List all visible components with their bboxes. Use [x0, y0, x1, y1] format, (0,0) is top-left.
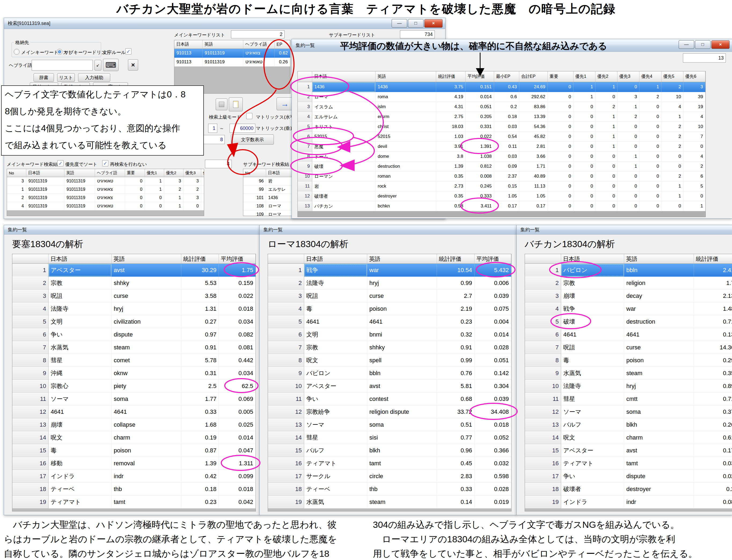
column-header[interactable]: 優先1	[573, 71, 595, 82]
column-header[interactable]: 重要	[125, 169, 145, 177]
table-row[interactable]: 14呪文charm0.61	[525, 431, 732, 444]
column-header[interactable]: 日本語	[266, 169, 292, 177]
table-row[interactable]: 16移動removal1.391.311	[12, 457, 256, 470]
table-row[interactable]: 5464146410.230.004	[268, 315, 511, 328]
column-header[interactable]: 合計EP	[519, 71, 548, 82]
table-row[interactable]: 9バビロンbbln0.760.142	[268, 367, 511, 380]
table-row[interactable]: 1バビロンbbln2.41	[525, 264, 732, 277]
table-row[interactable]: 99エルサレ	[243, 185, 292, 194]
table-row[interactable]: 19インドラindr0.08	[525, 496, 732, 508]
no-research-checkbox[interactable]: ✓	[102, 160, 108, 166]
table-row[interactable]: 1011436	[243, 194, 292, 202]
table-row[interactable]: 5破壊destruction0.71	[525, 315, 732, 328]
range-from-input[interactable]: 1	[208, 124, 217, 133]
column-header[interactable]: EP	[275, 40, 290, 49]
column-header[interactable]: 優先5	[661, 71, 683, 82]
aggregate-table[interactable]: 日本語英語統計評価平均評価最小EP合計EP重要優先1優先2優先3優先4優先5優先…	[298, 71, 706, 217]
table-row[interactable]: 13ソーマsoma0.510.018	[268, 418, 511, 431]
column-header[interactable]: 英語	[64, 169, 95, 177]
table-row[interactable]: 1143614363.750.1510.4324.690110123	[298, 82, 705, 92]
column-header[interactable]: No	[7, 169, 26, 177]
table-row[interactable]: 17争いdispute0.02	[525, 470, 732, 483]
table-row[interactable]: 1アベスターavst30.291.75	[12, 264, 256, 277]
column-header[interactable]: 優先4	[639, 71, 661, 82]
table-row[interactable]: 91011391011319טאואיגיט0.26	[174, 58, 290, 67]
minimize-button[interactable]: —	[679, 40, 694, 49]
table-row[interactable]: 15毒poison0.870.047	[12, 444, 256, 457]
hebrew-input[interactable]	[32, 60, 93, 71]
sort-checkbox[interactable]: ✓	[57, 160, 64, 166]
advanced-mode-checkbox[interactable]	[246, 113, 253, 119]
table-row[interactable]: 49101131991011319טאואיגיט0010	[7, 202, 204, 210]
column-header[interactable]: 平均評価	[466, 71, 494, 82]
sort-checkbox-label[interactable]: 優先度でソート	[65, 161, 97, 167]
close-button[interactable]: ×	[711, 40, 730, 49]
column-header[interactable]: ヘブライ語	[95, 169, 125, 177]
column-header[interactable]: 統計評価	[436, 71, 466, 82]
keyboard-icon[interactable]: ⌨	[103, 59, 119, 71]
table-row[interactable]: 8毒poison0.29	[525, 354, 732, 367]
table-row[interactable]: 4法隆寺hryj1.310.018	[12, 302, 256, 315]
table-row[interactable]: 18破壊者destroyer0.2	[525, 483, 732, 496]
column-header[interactable]: 重要	[548, 71, 573, 82]
search-window-titlebar[interactable]: 検索[91011319.sea] — □ ×	[4, 18, 445, 29]
table-row[interactable]: 7宗教shhky0.910.028	[268, 341, 511, 354]
table-row[interactable]: 10法隆寺hryj0.89	[525, 380, 732, 393]
table-row[interactable]: 9沖縄oknw0.310.034	[12, 367, 256, 380]
analysis-middle-table[interactable]: 日本語英語統計評価平均評価1戦争war10.545.4322法隆寺hryj0.9…	[268, 254, 511, 511]
table-row[interactable]: 4エルサレムersrm2.750.2050.1813.390012014	[298, 112, 705, 122]
table-row[interactable]: 3イスラムislm4.310.0510.283.8600210419	[298, 102, 705, 112]
column-header[interactable]: 日本語	[312, 71, 375, 82]
analysis-right-table[interactable]: 日本語英語統計評価1バビロンbbln2.412宗教religion1.73崩壊d…	[525, 254, 732, 511]
column-header[interactable]	[268, 254, 304, 264]
table-row[interactable]: 17サークルcircle2.830.598	[268, 470, 511, 483]
column-header[interactable]	[298, 71, 312, 82]
table-row[interactable]: 19101131991011319צאואיגיט0122	[7, 185, 204, 194]
table-row[interactable]: 11争いcontest0.680.039	[268, 393, 511, 405]
column-header[interactable]: ヘブライ語	[243, 40, 275, 49]
table-row[interactable]: 10ローマンroman0.350.0082.3740.890000026	[298, 171, 705, 181]
clear-icon[interactable]: ×	[128, 59, 138, 71]
column-header[interactable]: 優先2	[595, 71, 617, 82]
table-row[interactable]: 96岩	[243, 177, 292, 185]
column-header[interactable]: 優先1	[145, 169, 164, 177]
close-button[interactable]: ×	[424, 19, 442, 28]
column-header[interactable]: 優先6	[683, 71, 705, 82]
table-row[interactable]: 4戦争war1.48	[525, 302, 732, 315]
table-row[interactable]: 2宗教religion1.7	[525, 277, 732, 290]
table-row[interactable]: 12宗教紛争religion dispute33.7234.408	[268, 405, 511, 418]
table-row[interactable]: 5文明civilization0.270.034	[12, 315, 256, 328]
table-row[interactable]: 2ローマroma4.190.0140.6292.62010321039	[298, 92, 705, 102]
table-row[interactable]: 14呪文charm0.190.014	[12, 431, 256, 444]
column-header[interactable]	[12, 254, 49, 264]
column-header[interactable]: 最小EP	[494, 71, 519, 82]
table-row[interactable]: 3呪詛curse3.580.022	[12, 290, 256, 302]
range-to-input[interactable]: 60000	[230, 124, 255, 133]
table-row[interactable]: 4毒poison2.190.075	[268, 302, 511, 315]
column-header[interactable]: 統計評価	[181, 254, 219, 264]
table-row[interactable]: 2法隆寺hryj0.990.006	[268, 277, 511, 290]
column-header[interactable]: 統計評価	[694, 254, 732, 264]
table-row[interactable]: 10宗教心piety2.562.5	[12, 380, 256, 393]
analysis-left-titlebar[interactable]: 集約一覧	[4, 225, 260, 235]
table-row[interactable]: 14彗星sisi0.770.052	[268, 431, 511, 444]
table-row[interactable]: 15バルフblkh0.960.366	[268, 444, 511, 457]
square-icon-button[interactable]	[216, 98, 228, 110]
table-row[interactable]: 19ティアマトtamt0.230.042	[12, 496, 256, 508]
column-header[interactable]: 優先3	[184, 169, 201, 177]
table-row[interactable]: 13バルフblkh0.26	[525, 418, 732, 431]
char-rule-checkbox[interactable]: ✓	[125, 48, 131, 54]
column-header[interactable]: 日本語	[174, 40, 203, 49]
table-row[interactable]: 1戦争war10.545.432	[268, 264, 511, 277]
analysis-middle-titlebar[interactable]: 集約一覧	[260, 225, 517, 235]
table-row[interactable]: 10アベスターavst5.810.304	[268, 380, 511, 393]
table-row[interactable]: 39101131991011319טאואיגיט0133	[7, 177, 204, 185]
table-row[interactable]: 6文明bnmi0.320.014	[268, 328, 511, 341]
table-row[interactable]: 652015520151.030.0220.5445.820010027	[298, 132, 705, 142]
table-row[interactable]: 12ソーマsoma0.37	[525, 405, 732, 418]
table-row[interactable]: 11岩rock2.730.2450.1511.130000015	[298, 181, 705, 191]
table-row[interactable]: 12破壊者destroyer0.350.3331.051.050000010	[298, 191, 705, 201]
table-row[interactable]: 17インドラindr0.420.099	[12, 470, 256, 483]
column-header[interactable]: No	[243, 169, 266, 177]
column-header[interactable]: 日本語	[304, 254, 367, 264]
